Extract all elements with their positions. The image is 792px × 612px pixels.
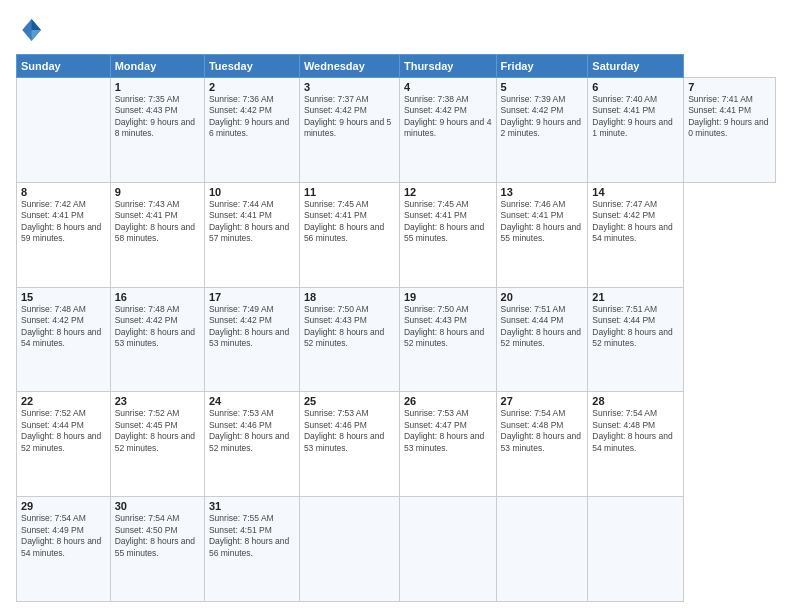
calendar-cell: 1Sunrise: 7:35 AMSunset: 4:43 PMDaylight… (110, 78, 204, 183)
week-row-3: 22Sunrise: 7:52 AMSunset: 4:44 PMDayligh… (17, 392, 776, 497)
calendar-cell: 19Sunrise: 7:50 AMSunset: 4:43 PMDayligh… (399, 287, 496, 392)
day-number: 28 (592, 395, 679, 407)
day-number: 18 (304, 291, 395, 303)
calendar-cell: 18Sunrise: 7:50 AMSunset: 4:43 PMDayligh… (299, 287, 399, 392)
calendar: SundayMondayTuesdayWednesdayThursdayFrid… (16, 54, 776, 602)
calendar-cell: 11Sunrise: 7:45 AMSunset: 4:41 PMDayligh… (299, 182, 399, 287)
day-number: 11 (304, 186, 395, 198)
header-friday: Friday (496, 55, 588, 78)
day-number: 10 (209, 186, 295, 198)
calendar-header-row: SundayMondayTuesdayWednesdayThursdayFrid… (17, 55, 776, 78)
calendar-cell (588, 497, 684, 602)
day-number: 20 (501, 291, 584, 303)
day-detail: Sunrise: 7:39 AMSunset: 4:42 PMDaylight:… (501, 94, 584, 140)
day-number: 12 (404, 186, 492, 198)
day-number: 23 (115, 395, 200, 407)
calendar-cell: 22Sunrise: 7:52 AMSunset: 4:44 PMDayligh… (17, 392, 111, 497)
day-detail: Sunrise: 7:37 AMSunset: 4:42 PMDaylight:… (304, 94, 395, 140)
day-number: 1 (115, 81, 200, 93)
day-number: 2 (209, 81, 295, 93)
calendar-cell: 7Sunrise: 7:41 AMSunset: 4:41 PMDaylight… (684, 78, 776, 183)
page: SundayMondayTuesdayWednesdayThursdayFrid… (0, 0, 792, 612)
day-number: 8 (21, 186, 106, 198)
calendar-cell (17, 78, 111, 183)
day-number: 7 (688, 81, 771, 93)
calendar-cell (299, 497, 399, 602)
day-detail: Sunrise: 7:42 AMSunset: 4:41 PMDaylight:… (21, 199, 106, 245)
day-number: 25 (304, 395, 395, 407)
svg-marker-1 (32, 19, 41, 30)
day-detail: Sunrise: 7:35 AMSunset: 4:43 PMDaylight:… (115, 94, 200, 140)
header-monday: Monday (110, 55, 204, 78)
calendar-cell: 28Sunrise: 7:54 AMSunset: 4:48 PMDayligh… (588, 392, 684, 497)
day-detail: Sunrise: 7:38 AMSunset: 4:42 PMDaylight:… (404, 94, 492, 140)
header-thursday: Thursday (399, 55, 496, 78)
calendar-cell: 15Sunrise: 7:48 AMSunset: 4:42 PMDayligh… (17, 287, 111, 392)
day-detail: Sunrise: 7:36 AMSunset: 4:42 PMDaylight:… (209, 94, 295, 140)
day-detail: Sunrise: 7:52 AMSunset: 4:45 PMDaylight:… (115, 408, 200, 454)
calendar-cell: 10Sunrise: 7:44 AMSunset: 4:41 PMDayligh… (204, 182, 299, 287)
day-number: 4 (404, 81, 492, 93)
day-detail: Sunrise: 7:54 AMSunset: 4:48 PMDaylight:… (501, 408, 584, 454)
day-number: 17 (209, 291, 295, 303)
day-number: 14 (592, 186, 679, 198)
day-number: 6 (592, 81, 679, 93)
day-detail: Sunrise: 7:50 AMSunset: 4:43 PMDaylight:… (304, 304, 395, 350)
day-detail: Sunrise: 7:47 AMSunset: 4:42 PMDaylight:… (592, 199, 679, 245)
day-detail: Sunrise: 7:55 AMSunset: 4:51 PMDaylight:… (209, 513, 295, 559)
logo (16, 16, 48, 44)
calendar-cell: 6Sunrise: 7:40 AMSunset: 4:41 PMDaylight… (588, 78, 684, 183)
day-number: 29 (21, 500, 106, 512)
calendar-cell: 8Sunrise: 7:42 AMSunset: 4:41 PMDaylight… (17, 182, 111, 287)
day-detail: Sunrise: 7:48 AMSunset: 4:42 PMDaylight:… (115, 304, 200, 350)
calendar-cell: 20Sunrise: 7:51 AMSunset: 4:44 PMDayligh… (496, 287, 588, 392)
day-detail: Sunrise: 7:54 AMSunset: 4:49 PMDaylight:… (21, 513, 106, 559)
week-row-2: 15Sunrise: 7:48 AMSunset: 4:42 PMDayligh… (17, 287, 776, 392)
calendar-cell (496, 497, 588, 602)
day-detail: Sunrise: 7:44 AMSunset: 4:41 PMDaylight:… (209, 199, 295, 245)
header-sunday: Sunday (17, 55, 111, 78)
calendar-cell: 5Sunrise: 7:39 AMSunset: 4:42 PMDaylight… (496, 78, 588, 183)
day-detail: Sunrise: 7:46 AMSunset: 4:41 PMDaylight:… (501, 199, 584, 245)
header-wednesday: Wednesday (299, 55, 399, 78)
calendar-cell: 9Sunrise: 7:43 AMSunset: 4:41 PMDaylight… (110, 182, 204, 287)
calendar-cell: 30Sunrise: 7:54 AMSunset: 4:50 PMDayligh… (110, 497, 204, 602)
day-number: 24 (209, 395, 295, 407)
week-row-4: 29Sunrise: 7:54 AMSunset: 4:49 PMDayligh… (17, 497, 776, 602)
day-number: 15 (21, 291, 106, 303)
day-detail: Sunrise: 7:51 AMSunset: 4:44 PMDaylight:… (501, 304, 584, 350)
day-detail: Sunrise: 7:54 AMSunset: 4:48 PMDaylight:… (592, 408, 679, 454)
day-detail: Sunrise: 7:53 AMSunset: 4:46 PMDaylight:… (304, 408, 395, 454)
day-detail: Sunrise: 7:54 AMSunset: 4:50 PMDaylight:… (115, 513, 200, 559)
day-detail: Sunrise: 7:45 AMSunset: 4:41 PMDaylight:… (404, 199, 492, 245)
calendar-cell: 14Sunrise: 7:47 AMSunset: 4:42 PMDayligh… (588, 182, 684, 287)
day-detail: Sunrise: 7:45 AMSunset: 4:41 PMDaylight:… (304, 199, 395, 245)
week-row-1: 8Sunrise: 7:42 AMSunset: 4:41 PMDaylight… (17, 182, 776, 287)
day-number: 22 (21, 395, 106, 407)
week-row-0: 1Sunrise: 7:35 AMSunset: 4:43 PMDaylight… (17, 78, 776, 183)
day-detail: Sunrise: 7:53 AMSunset: 4:47 PMDaylight:… (404, 408, 492, 454)
header (16, 16, 776, 44)
day-detail: Sunrise: 7:48 AMSunset: 4:42 PMDaylight:… (21, 304, 106, 350)
day-number: 21 (592, 291, 679, 303)
calendar-cell: 16Sunrise: 7:48 AMSunset: 4:42 PMDayligh… (110, 287, 204, 392)
day-detail: Sunrise: 7:40 AMSunset: 4:41 PMDaylight:… (592, 94, 679, 140)
calendar-cell: 12Sunrise: 7:45 AMSunset: 4:41 PMDayligh… (399, 182, 496, 287)
calendar-cell: 27Sunrise: 7:54 AMSunset: 4:48 PMDayligh… (496, 392, 588, 497)
day-number: 26 (404, 395, 492, 407)
day-number: 27 (501, 395, 584, 407)
calendar-cell: 25Sunrise: 7:53 AMSunset: 4:46 PMDayligh… (299, 392, 399, 497)
day-number: 3 (304, 81, 395, 93)
day-detail: Sunrise: 7:52 AMSunset: 4:44 PMDaylight:… (21, 408, 106, 454)
day-number: 5 (501, 81, 584, 93)
day-number: 16 (115, 291, 200, 303)
day-detail: Sunrise: 7:43 AMSunset: 4:41 PMDaylight:… (115, 199, 200, 245)
day-detail: Sunrise: 7:49 AMSunset: 4:42 PMDaylight:… (209, 304, 295, 350)
day-number: 13 (501, 186, 584, 198)
day-detail: Sunrise: 7:50 AMSunset: 4:43 PMDaylight:… (404, 304, 492, 350)
day-number: 19 (404, 291, 492, 303)
calendar-cell: 29Sunrise: 7:54 AMSunset: 4:49 PMDayligh… (17, 497, 111, 602)
calendar-cell: 13Sunrise: 7:46 AMSunset: 4:41 PMDayligh… (496, 182, 588, 287)
header-saturday: Saturday (588, 55, 684, 78)
day-detail: Sunrise: 7:53 AMSunset: 4:46 PMDaylight:… (209, 408, 295, 454)
